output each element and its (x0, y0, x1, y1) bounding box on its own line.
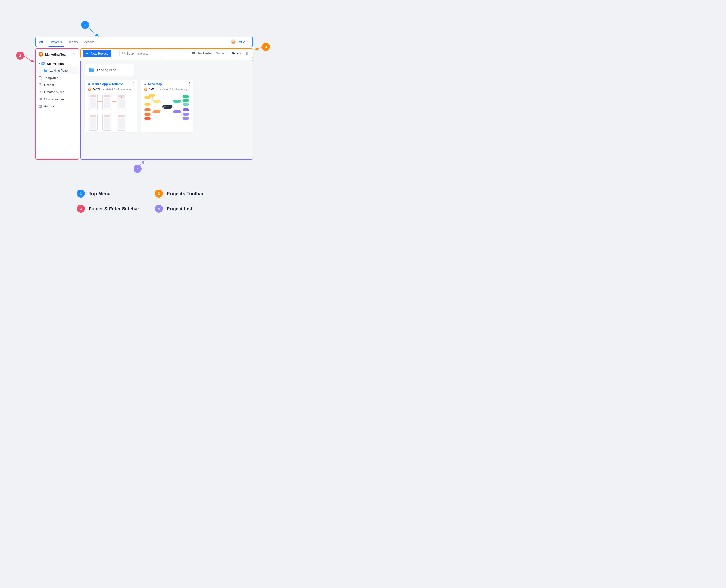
sidebar-item-templates[interactable]: Templates (36, 74, 79, 81)
team-name: Marketing Team (45, 53, 68, 56)
arrow-to-toolbar (254, 47, 262, 50)
sidebar-item-shared-with-me[interactable]: Shared with me (36, 96, 79, 103)
more-menu-button[interactable] (132, 82, 134, 86)
avatar (231, 40, 236, 44)
templates-icon (39, 76, 42, 80)
tab-teams[interactable]: Teams (65, 37, 81, 46)
folder-icon (88, 67, 94, 72)
card-meta: Jeff.V - updated 3 minutes ago (88, 87, 134, 91)
new-project-button[interactable]: New Project (83, 50, 111, 57)
svg-line-2 (255, 47, 262, 50)
recent-label: Recent (44, 83, 54, 87)
sidebar-item-archive[interactable]: Archive (36, 103, 79, 110)
svg-point-9 (39, 98, 40, 99)
sort-date-label: Date (232, 52, 238, 55)
svg-line-15 (124, 54, 125, 54)
legend-item-3: 3 Projects Toolbar (155, 190, 226, 197)
card-updated: - updated 11 minutes ago (158, 88, 188, 91)
new-folder-button[interactable]: New Folder (192, 51, 212, 56)
legend-text-1: Top Menu (89, 191, 111, 196)
legend-item-2: 2 Folder & Filter Sidebar (77, 205, 148, 213)
legend-item-1: 1 Top Menu (77, 190, 148, 197)
legend-badge-4: 4 (155, 205, 163, 213)
card-author: Jeff.V (93, 88, 100, 91)
project-list-area: Landing Page Mobile App Wireframe (80, 60, 253, 160)
card-updated: - updated 3 minutes ago (101, 88, 131, 91)
sort-name-label: Name (216, 52, 224, 55)
callout-badge-1: 1 (81, 21, 89, 29)
svg-rect-18 (247, 52, 250, 55)
legend-text-3: Projects Toolbar (167, 191, 204, 196)
folder-icon (44, 69, 47, 72)
templates-label: Templates (44, 76, 58, 80)
search-box[interactable] (119, 50, 162, 57)
card-meta: Jeff.V - updated 11 minutes ago (144, 87, 190, 91)
clock-icon (39, 83, 42, 87)
sidebar-item-recent[interactable]: Recent (36, 81, 79, 88)
card-thumbnail (85, 92, 137, 132)
tab-account[interactable]: Account (81, 37, 99, 46)
svg-point-27 (189, 82, 190, 83)
tab-projects[interactable]: Projects (47, 37, 65, 46)
folder-filter-sidebar: M Marketing Team ▾ All Projects Landing … (36, 48, 79, 160)
legend-badge-1: 1 (77, 190, 85, 197)
search-icon (122, 51, 125, 56)
callout-badge-3: 3 (262, 43, 270, 51)
sidebar-item-created-by-me[interactable]: Created by me (36, 88, 79, 96)
archive-label: Archive (44, 104, 55, 108)
card-title: Mind Map (148, 83, 162, 86)
projects-toolbar: New Project New Folder (80, 48, 253, 58)
svg-point-10 (41, 98, 42, 99)
user-name: Jeff.V (237, 40, 245, 44)
svg-line-3 (140, 161, 145, 165)
arrow-down-icon (239, 52, 242, 55)
caret-down-icon: ▾ (39, 62, 40, 65)
project-card-wireframe[interactable]: Mobile App Wireframe Jeff.V - updated 3 … (85, 80, 137, 132)
legend-badge-3: 3 (155, 190, 163, 197)
sort-by-name[interactable]: Name (216, 52, 228, 55)
projects-icon (41, 62, 45, 65)
created-by-me-label: Created by me (44, 90, 64, 94)
people-icon (39, 97, 42, 101)
plus-icon (85, 51, 89, 55)
svg-rect-22 (88, 84, 90, 85)
svg-point-23 (133, 82, 133, 83)
card-thumbnail: Mind Map (141, 92, 193, 132)
app-window: m Projects Teams Account Jeff.V M Market… (36, 37, 253, 160)
team-selector[interactable]: M Marketing Team (36, 51, 79, 60)
callout-badge-2: 2 (16, 51, 24, 60)
legend-item-4: 4 Project List (155, 205, 226, 213)
more-menu-button[interactable] (188, 82, 190, 86)
folder-card-landing-page[interactable]: Landing Page (85, 64, 134, 76)
lock-icon (144, 83, 147, 86)
user-menu[interactable]: Jeff.V (231, 40, 249, 44)
arrow-to-sidebar (23, 56, 36, 64)
chevron-down-icon (73, 52, 76, 56)
svg-rect-6 (39, 77, 41, 79)
new-project-label: New Project (91, 52, 108, 55)
search-input[interactable] (127, 52, 166, 55)
right-column: New Project New Folder (80, 48, 253, 160)
svg-point-24 (133, 83, 133, 84)
all-projects-label: All Projects (47, 62, 64, 65)
archive-icon (39, 104, 42, 108)
arrow-down-icon (225, 52, 228, 55)
svg-point-28 (189, 83, 190, 84)
sort-by-date[interactable]: Date (232, 52, 242, 55)
sidebar-item-all-projects[interactable]: ▾ All Projects (36, 60, 79, 67)
folder-plus-icon (192, 51, 195, 56)
legend-badge-2: 2 (77, 205, 85, 213)
team-badge: M (39, 52, 43, 57)
project-card-mindmap[interactable]: Mind Map Jeff.V - updated 11 minutes ago (141, 80, 193, 132)
card-author: Jeff.V (149, 88, 156, 91)
lock-icon (88, 83, 90, 86)
list-view-toggle[interactable] (246, 51, 250, 56)
sidebar-subitem-landing-page[interactable]: Landing Page (36, 67, 79, 74)
landing-page-label: Landing Page (49, 69, 68, 72)
svg-point-25 (133, 85, 133, 85)
svg-rect-11 (39, 105, 42, 106)
card-title: Mobile App Wireframe (92, 83, 123, 86)
legend: 1 Top Menu 3 Projects Toolbar 2 Folder &… (77, 190, 226, 213)
folder-name: Landing Page (97, 68, 116, 72)
app-logo[interactable]: m (39, 39, 43, 44)
